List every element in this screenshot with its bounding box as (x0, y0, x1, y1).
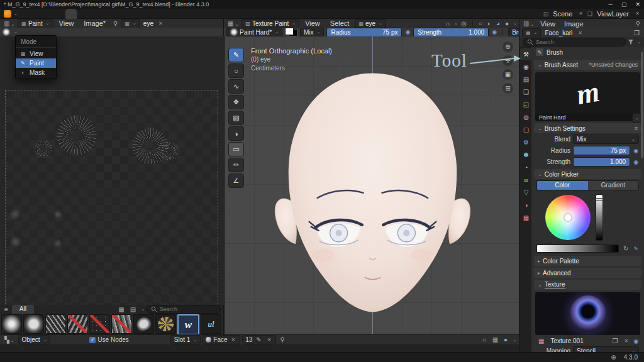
texture-panel-header[interactable]: ⌄ Texture (534, 280, 641, 290)
users-count-chip[interactable]: 13 ✎ ✕ (242, 335, 276, 344)
tab-constraints[interactable]: ∞ (520, 174, 532, 186)
slot-dropdown[interactable]: Slot 1⌄ (170, 335, 201, 344)
tab-render[interactable]: ◉ (520, 61, 532, 73)
shelf-search-input[interactable] (158, 305, 216, 313)
shelf-search[interactable] (147, 305, 221, 314)
material-unlink-icon[interactable]: ✕ (230, 337, 238, 343)
ie-image-selector[interactable]: ▦⌄ (121, 19, 140, 28)
brush-streak[interactable] (45, 314, 66, 334)
maximize-button[interactable]: ▢ (621, 1, 627, 8)
material-chip[interactable]: Face ✕ (203, 335, 240, 344)
color-gradient-bar[interactable] (536, 244, 619, 253)
strength-slider[interactable]: Strength 1.000 (413, 28, 489, 37)
ie-mode-dropdown[interactable]: ▦ Paint⌄ (18, 19, 53, 28)
nav-camera-icon[interactable]: ▣ (502, 69, 513, 80)
shader-options-chevron-icon[interactable]: ⌄ (513, 337, 516, 343)
duplicate-texture-icon[interactable]: ❐ (610, 337, 619, 344)
vp-mode-dropdown[interactable]: ▧ Texture Paint⌄ (242, 19, 299, 28)
color-palette-panel-header[interactable]: ▸ Color Palette (534, 256, 641, 266)
panel-menu-icon[interactable]: ≡ (635, 125, 638, 131)
tab-modifiers[interactable]: ⚙ (520, 136, 532, 148)
scene-clear-icon[interactable]: ✕ (577, 11, 585, 16)
vp-select-menu[interactable]: Select (326, 19, 354, 27)
snap-chevron-icon[interactable]: ⌄ (454, 21, 458, 26)
brush-spiral[interactable] (155, 314, 176, 334)
brush-asset-panel-header[interactable]: ⌄ Brush Asset *Unsaved Changes (534, 60, 641, 70)
viewlayer-clear-icon[interactable]: ✕ (633, 11, 641, 16)
pin-icon[interactable]: ⚲ (634, 20, 642, 27)
color-tab[interactable]: Color (537, 181, 588, 190)
workspace-tab[interactable] (167, 9, 179, 19)
ie-brush-icon[interactable] (3, 28, 10, 36)
tool-soften[interactable]: ○ (228, 63, 244, 78)
workspace-tab[interactable] (77, 9, 88, 19)
minimize-button[interactable]: ─ (609, 1, 613, 8)
workspace-tab[interactable] (133, 9, 145, 19)
editor-type-icon[interactable]: ▦⌄ (226, 20, 240, 27)
vp-object-selector[interactable]: ▦ eye⌄ (355, 19, 386, 28)
strength-pressure-icon[interactable]: ◉ (633, 159, 639, 165)
workspace-tab[interactable] (88, 9, 99, 19)
strength-slider[interactable]: 1.000 (573, 157, 630, 167)
workspace-tab[interactable] (99, 9, 111, 19)
rie-image-unlink-icon[interactable]: ✕ (576, 30, 584, 36)
snap-magnet-icon[interactable]: ∩ (480, 336, 488, 343)
editor-type-icon[interactable]: ▥⌄ (521, 20, 536, 27)
new-image-icon[interactable]: ❐ (632, 30, 641, 36)
workspace-tab[interactable] (156, 9, 167, 19)
rie-image-menu[interactable]: Image (560, 20, 588, 28)
shelf-list-view-icon[interactable]: ▤ (128, 306, 138, 313)
viewlayer-selector[interactable]: ViewLayer (592, 10, 633, 18)
tab-view-layer[interactable]: ❏ (520, 86, 532, 98)
tool-mask[interactable]: ◑ (228, 126, 244, 141)
tool-smear[interactable]: ∿ (228, 79, 244, 94)
brush-dots[interactable] (89, 314, 110, 334)
ie-view-menu[interactable]: View (55, 19, 79, 27)
ie-brush-chevron-icon[interactable]: ⌄ (14, 30, 18, 35)
scene-selector[interactable]: Scene (548, 10, 577, 18)
nav-move-icon[interactable]: ✛ (502, 55, 513, 66)
shelf-tab-all[interactable]: All (12, 305, 34, 314)
tab-physics[interactable]: ◔ (520, 162, 532, 173)
mode-option[interactable]: ▦ View (16, 49, 56, 58)
tool-fill[interactable]: ▧ (228, 111, 244, 125)
ie-image-menu[interactable]: Image* (79, 19, 110, 27)
tool-select-box[interactable]: ▭ (228, 142, 244, 156)
overlays-icon[interactable]: ▦ (491, 336, 500, 343)
color-picker-panel-header[interactable]: ⌄ Color Picker (534, 169, 641, 179)
workspace-tab[interactable] (145, 9, 156, 19)
texture-name[interactable]: Texture.001 (548, 337, 585, 344)
workspace-tab[interactable] (65, 9, 77, 19)
strength-pressure-icon[interactable]: ◉ (491, 29, 497, 35)
blender-logo-icon[interactable] (4, 10, 11, 18)
rie-image-name[interactable]: Face_kari (543, 30, 574, 36)
shading-wireframe-icon[interactable]: ○ (477, 20, 484, 27)
ie-image-unlink-icon[interactable]: ✕ (157, 21, 165, 26)
brush-settings-panel-header[interactable]: ⌄ Brush Settings ≡ (534, 123, 641, 133)
swap-colors-icon[interactable]: ↻ (621, 245, 630, 252)
model-head[interactable] (225, 36, 519, 334)
radius-pressure-icon[interactable]: ◉ (633, 148, 639, 154)
radius-pressure-icon[interactable]: ◉ (404, 29, 411, 35)
shelf-view-chevron-icon[interactable]: ⌄ (141, 307, 145, 312)
foreground-color-swatch[interactable] (285, 28, 294, 35)
close-button[interactable]: ✕ (635, 1, 640, 8)
unlink-texture-icon[interactable]: ✕ (622, 338, 630, 344)
properties-search-input[interactable] (535, 38, 621, 46)
shading-solid-icon[interactable]: ◐ (486, 20, 493, 27)
shelf-menu-icon[interactable]: ≡ (3, 306, 10, 313)
shader-type-dropdown[interactable]: Object⌄ (18, 335, 51, 344)
app-menu-chevron-icon[interactable]: ⌄ (14, 11, 18, 16)
filter-chevron-icon[interactable]: ⌄ (637, 40, 641, 45)
color-wheel[interactable] (545, 195, 591, 240)
value-slider[interactable] (596, 194, 603, 241)
workspace-tab[interactable] (179, 9, 190, 19)
tool-annotate[interactable]: ✏ (228, 158, 244, 172)
brush-soft-round[interactable] (23, 314, 44, 334)
workspace-tab[interactable] (111, 9, 122, 19)
editor-type-icon[interactable]: ▚⌄ (3, 336, 16, 343)
breadcrumb-label[interactable]: Brush (547, 49, 563, 56)
workspace-tab[interactable] (122, 9, 133, 19)
texture-preview[interactable] (535, 292, 640, 335)
nav-persp-icon[interactable]: ⊞ (502, 83, 513, 94)
